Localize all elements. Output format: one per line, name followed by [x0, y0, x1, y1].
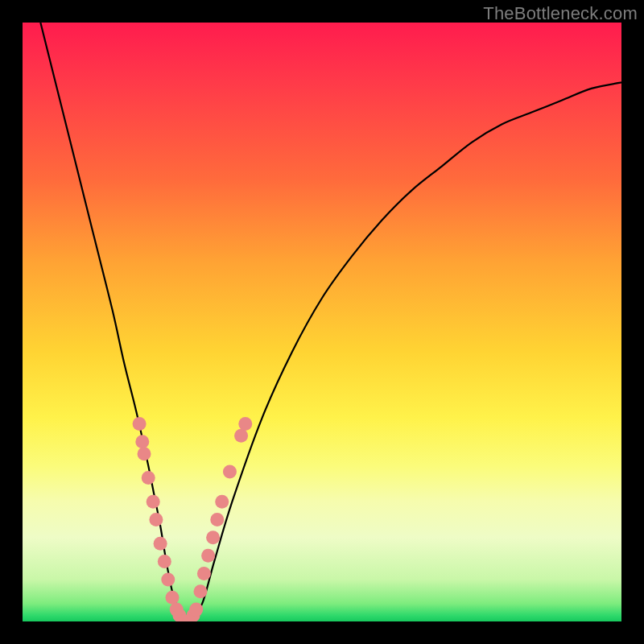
sample-point — [210, 513, 224, 526]
sample-point — [166, 591, 180, 605]
sample-point — [206, 530, 220, 544]
sample-point — [138, 447, 151, 460]
sample-point — [234, 429, 248, 443]
bottleneck-curve — [40, 23, 621, 621]
watermark-text: TheBottleneck.com — [483, 3, 638, 24]
chart-frame: TheBottleneck.com — [0, 0, 644, 644]
sample-point — [133, 417, 147, 431]
sample-point — [161, 572, 175, 586]
sample-point — [135, 435, 149, 448]
sample-point — [154, 537, 167, 551]
sample-point — [147, 495, 160, 509]
sample-point — [193, 584, 207, 598]
sample-point — [158, 555, 171, 568]
sample-points-group — [133, 417, 253, 621]
sample-point — [223, 465, 237, 479]
sample-point — [197, 567, 211, 580]
sample-point — [201, 549, 215, 563]
sample-point — [215, 495, 229, 509]
chart-svg — [23, 23, 621, 621]
sample-point — [189, 603, 203, 617]
sample-point — [238, 417, 252, 431]
sample-point — [149, 513, 163, 526]
plot-area — [23, 23, 621, 621]
sample-point — [142, 471, 155, 485]
